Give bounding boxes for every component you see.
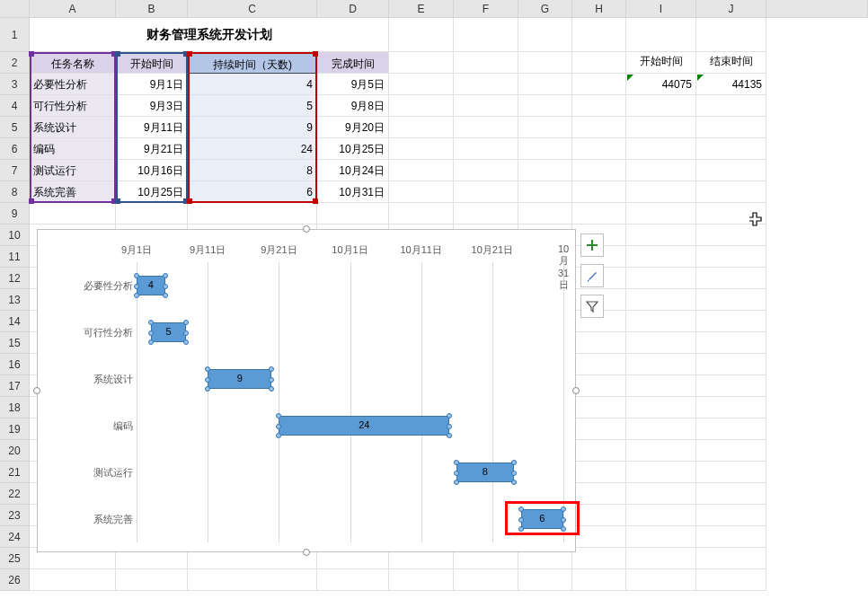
row-header-18[interactable]: 18 [0, 397, 30, 418]
row-header-11[interactable]: 11 [0, 246, 30, 268]
cell[interactable] [572, 203, 626, 225]
cell[interactable] [30, 203, 116, 225]
column-header-C[interactable]: C [188, 0, 317, 17]
cell[interactable] [572, 160, 626, 181]
cell[interactable]: 9月8日 [317, 95, 389, 117]
cell[interactable] [454, 117, 518, 138]
cell[interactable]: 9月3日 [116, 95, 188, 117]
column-header-B[interactable]: B [116, 0, 188, 17]
cell[interactable] [626, 483, 696, 505]
cell[interactable]: 可行性分析 [30, 95, 116, 117]
cell[interactable]: 开始时间 [626, 52, 696, 74]
cell[interactable] [454, 18, 518, 52]
cell[interactable] [572, 505, 626, 526]
row-header-12[interactable]: 12 [0, 268, 30, 289]
cell[interactable] [454, 160, 518, 181]
chart-bar[interactable]: 4 [137, 276, 165, 295]
cell[interactable] [30, 569, 116, 591]
cell[interactable] [454, 203, 518, 225]
cell[interactable] [626, 246, 696, 268]
chart-filter-button[interactable] [580, 295, 604, 318]
cell[interactable] [696, 289, 766, 311]
cell[interactable] [572, 440, 626, 462]
cell[interactable] [389, 74, 454, 95]
chart-bar[interactable]: 6 [521, 509, 564, 529]
cell[interactable] [454, 138, 518, 160]
cell[interactable]: 44075 [626, 74, 696, 95]
cell[interactable] [518, 138, 572, 160]
cell[interactable] [572, 95, 626, 117]
cell[interactable] [572, 462, 626, 483]
cell[interactable] [696, 117, 766, 138]
cell[interactable]: 5 [188, 95, 317, 117]
cell[interactable] [696, 526, 766, 548]
cell[interactable] [696, 354, 766, 375]
row-header-4[interactable]: 4 [0, 95, 30, 117]
cell[interactable] [696, 548, 766, 569]
chart-resize-handle[interactable] [33, 387, 40, 394]
header-start[interactable]: 开始时间 [116, 52, 188, 74]
column-header-D[interactable]: D [317, 0, 389, 17]
cell[interactable] [572, 483, 626, 505]
cell[interactable] [572, 526, 626, 548]
cell[interactable] [518, 117, 572, 138]
cell[interactable]: 系统设计 [30, 117, 116, 138]
row-header-13[interactable]: 13 [0, 289, 30, 311]
row-header-3[interactable]: 3 [0, 74, 30, 95]
column-header-I[interactable]: I [626, 0, 696, 17]
cell[interactable] [696, 440, 766, 462]
cell[interactable] [389, 160, 454, 181]
cell[interactable] [626, 181, 696, 203]
row-header-21[interactable]: 21 [0, 462, 30, 483]
cell[interactable] [518, 18, 572, 52]
chart-resize-handle[interactable] [572, 387, 580, 394]
cell[interactable]: 44135 [696, 74, 766, 95]
row-header-1[interactable]: 1 [0, 18, 30, 52]
cell[interactable]: 9月20日 [317, 117, 389, 138]
cell[interactable] [696, 138, 766, 160]
cell[interactable]: 9 [188, 117, 317, 138]
row-header-19[interactable]: 19 [0, 418, 30, 440]
cell[interactable] [188, 203, 317, 225]
cell[interactable] [116, 203, 188, 225]
cell[interactable]: 24 [188, 138, 317, 160]
cell[interactable] [518, 160, 572, 181]
cell[interactable] [389, 203, 454, 225]
cell[interactable]: 9月1日 [116, 74, 188, 95]
cell[interactable] [572, 138, 626, 160]
row-header-8[interactable]: 8 [0, 181, 30, 203]
cell[interactable] [518, 74, 572, 95]
cell[interactable]: 测试运行 [30, 160, 116, 181]
header-duration[interactable]: 持续时间（天数) [188, 52, 317, 74]
cell[interactable] [626, 418, 696, 440]
row-header-26[interactable]: 26 [0, 569, 30, 591]
spreadsheet-grid[interactable]: 财务管理系统开发计划 任务名称 开始时间 持续时间（天数) 完成时间 开始时间结… [30, 18, 868, 591]
row-header-7[interactable]: 7 [0, 160, 30, 181]
cell[interactable] [572, 117, 626, 138]
row-header-15[interactable]: 15 [0, 332, 30, 354]
cell[interactable] [696, 160, 766, 181]
cell[interactable]: 6 [188, 181, 317, 203]
cell[interactable]: 必要性分析 [30, 74, 116, 95]
cell[interactable] [572, 375, 626, 397]
cell[interactable] [626, 268, 696, 289]
cell[interactable] [696, 311, 766, 332]
chart-plus-button[interactable] [580, 233, 604, 257]
row-header-14[interactable]: 14 [0, 311, 30, 332]
cell[interactable] [389, 569, 454, 591]
cell[interactable] [626, 289, 696, 311]
chart-brush-button[interactable] [580, 264, 604, 287]
select-all-corner[interactable] [0, 0, 30, 17]
cell[interactable] [572, 397, 626, 418]
chart-bar[interactable]: 9 [208, 369, 271, 389]
cell[interactable] [626, 160, 696, 181]
row-header-16[interactable]: 16 [0, 354, 30, 375]
row-header-9[interactable]: 9 [0, 203, 30, 225]
row-header-5[interactable]: 5 [0, 117, 30, 138]
cell[interactable] [454, 95, 518, 117]
cell[interactable] [317, 203, 389, 225]
cell[interactable] [626, 18, 696, 52]
cell[interactable] [626, 397, 696, 418]
cell[interactable]: 9月11日 [116, 117, 188, 138]
cell[interactable] [696, 332, 766, 354]
